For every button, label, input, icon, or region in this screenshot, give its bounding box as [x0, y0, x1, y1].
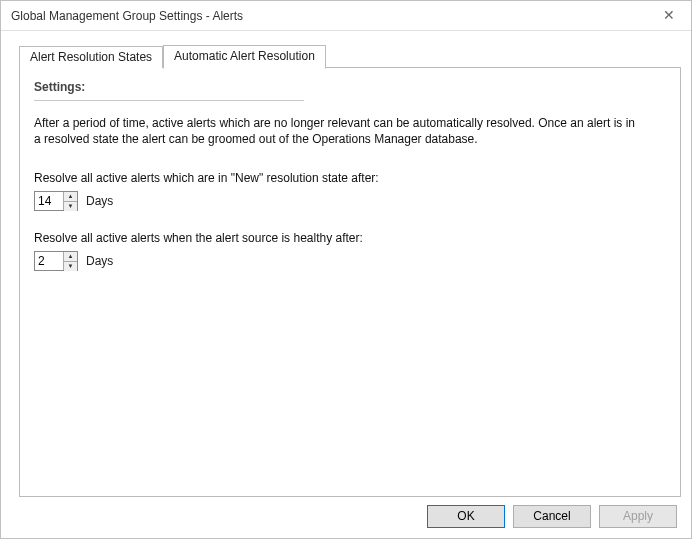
chevron-up-icon[interactable]: ▲ — [64, 192, 77, 202]
window-title: Global Management Group Settings - Alert… — [11, 9, 243, 23]
resolve-healthy-days-stepper[interactable]: ▲ ▼ — [34, 251, 78, 271]
section-description: After a period of time, active alerts wh… — [34, 115, 644, 147]
close-icon[interactable]: ✕ — [646, 1, 691, 31]
chevron-up-icon[interactable]: ▲ — [64, 252, 77, 262]
resolve-new-days-input[interactable] — [35, 192, 63, 210]
tab-panel: Settings: After a period of time, active… — [19, 67, 681, 497]
apply-button: Apply — [599, 505, 677, 528]
button-bar: OK Cancel Apply — [427, 505, 677, 528]
resolve-new-days-stepper[interactable]: ▲ ▼ — [34, 191, 78, 211]
tab-container: Alert Resolution States Automatic Alert … — [19, 45, 681, 497]
field1-row: ▲ ▼ Days — [34, 191, 662, 211]
tab-row: Alert Resolution States Automatic Alert … — [19, 45, 681, 68]
field1-unit: Days — [86, 194, 113, 208]
ok-button[interactable]: OK — [427, 505, 505, 528]
cancel-button[interactable]: Cancel — [513, 505, 591, 528]
stepper-buttons: ▲ ▼ — [63, 252, 77, 270]
chevron-down-icon[interactable]: ▼ — [64, 262, 77, 271]
section-title: Settings: — [34, 80, 662, 94]
field2-label: Resolve all active alerts when the alert… — [34, 231, 662, 245]
chevron-down-icon[interactable]: ▼ — [64, 202, 77, 211]
tab-alert-resolution-states[interactable]: Alert Resolution States — [19, 46, 163, 68]
field2-row: ▲ ▼ Days — [34, 251, 662, 271]
field1-label: Resolve all active alerts which are in "… — [34, 171, 662, 185]
window-titlebar: Global Management Group Settings - Alert… — [1, 1, 691, 31]
separator — [34, 100, 304, 101]
tab-automatic-alert-resolution[interactable]: Automatic Alert Resolution — [163, 45, 326, 69]
stepper-buttons: ▲ ▼ — [63, 192, 77, 210]
field2-unit: Days — [86, 254, 113, 268]
resolve-healthy-days-input[interactable] — [35, 252, 63, 270]
